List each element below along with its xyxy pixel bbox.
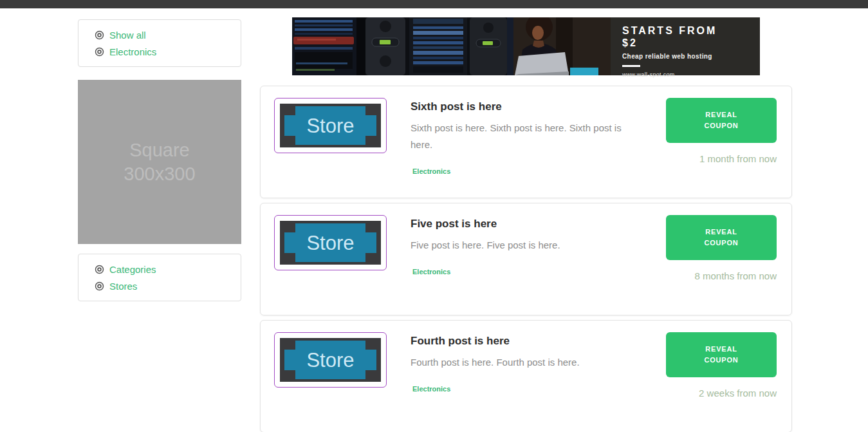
sidebar-item-electronics[interactable]: Electronics — [95, 43, 241, 60]
sidebar-item-show-all[interactable]: Show all — [95, 26, 241, 43]
coupon-card: Store Five post is here Five post is her… — [260, 203, 792, 315]
store-logo-image: Store — [280, 338, 381, 382]
coupon-actions: REVEAL COUPON 2 weeks from now — [666, 332, 777, 399]
banner-divider — [622, 65, 640, 67]
logo-corner-bracket — [284, 341, 295, 350]
logo-corner-bracket — [365, 253, 376, 262]
banner-headline-line1: STARTS FROM — [622, 24, 750, 37]
coupon-title[interactable]: Fourth post is here — [411, 335, 666, 348]
coupon-description: Fourth post is here. Fourth post is here… — [411, 354, 645, 371]
bullseye-icon — [95, 47, 104, 57]
coupon-category-link[interactable]: Electronics — [412, 167, 450, 175]
logo-corner-bracket — [365, 370, 376, 379]
coupon-category-link[interactable]: Electronics — [412, 268, 450, 276]
bullseye-icon — [95, 281, 104, 291]
reveal-coupon-label: REVEAL COUPON — [696, 109, 747, 131]
sidebar-link-show-all[interactable]: Show all — [109, 30, 146, 41]
sidebar: Show all Electronics Square 300x300 Cate… — [78, 19, 241, 301]
category-filter-box: Show all Electronics — [78, 19, 241, 67]
store-logo-link[interactable]: Store — [274, 98, 387, 153]
store-logo-ticket: Store — [284, 106, 376, 145]
store-logo-text: Store — [306, 233, 354, 253]
sidebar-link-stores[interactable]: Stores — [109, 281, 137, 292]
placeholder-text-line2: 300x300 — [124, 162, 195, 186]
placeholder-text-line1: Square — [129, 138, 190, 162]
bullseye-icon — [95, 30, 104, 40]
reveal-coupon-button[interactable]: REVEAL COUPON — [666, 98, 777, 143]
coupon-body: Five post is here Five post is here. Fiv… — [411, 215, 666, 277]
store-logo-link[interactable]: Store — [274, 332, 387, 388]
reveal-coupon-button[interactable]: REVEAL COUPON — [666, 215, 777, 260]
server-room-photo — [292, 17, 611, 75]
logo-corner-bracket — [284, 136, 295, 145]
main-content: STARTS FROM $2 Cheap reliable web hostin… — [260, 17, 792, 432]
banner-website: www.wall-spot.com — [622, 71, 750, 78]
store-logo-ticket: Store — [284, 223, 376, 262]
logo-corner-bracket — [284, 106, 295, 115]
logo-corner-bracket — [365, 136, 376, 145]
logo-corner-bracket — [284, 223, 295, 232]
store-logo-link[interactable]: Store — [274, 215, 387, 270]
reveal-coupon-label: REVEAL COUPON — [696, 344, 747, 366]
sidebar-nav-box: Categories Stores — [78, 254, 241, 301]
bullseye-icon — [95, 265, 104, 274]
coupon-actions: REVEAL COUPON 1 month from now — [666, 98, 777, 164]
sidebar-link-categories[interactable]: Categories — [109, 264, 156, 275]
logo-corner-bracket — [284, 253, 295, 262]
coupon-expiry: 8 months from now — [694, 270, 777, 281]
store-logo-text: Store — [306, 350, 354, 370]
coupon-body: Sixth post is here Sixth post is here. S… — [411, 98, 666, 176]
coupon-description: Five post is here. Five post is here. — [411, 237, 645, 254]
hosting-ad-banner[interactable]: STARTS FROM $2 Cheap reliable web hostin… — [292, 17, 760, 75]
logo-corner-bracket — [365, 223, 376, 232]
sidebar-link-electronics[interactable]: Electronics — [109, 46, 156, 57]
store-logo-ticket: Store — [284, 341, 376, 379]
banner-headline-line2: $2 — [622, 37, 750, 49]
reveal-coupon-label: REVEAL COUPON — [696, 227, 747, 249]
coupon-card: Store Fourth post is here Fourth post is… — [260, 320, 792, 432]
sidebar-item-stores[interactable]: Stores — [95, 277, 241, 294]
coupon-title[interactable]: Five post is here — [411, 218, 666, 230]
store-logo-text: Store — [306, 116, 354, 136]
sidebar-item-categories[interactable]: Categories — [95, 261, 241, 277]
coupon-card: Store Sixth post is here Sixth post is h… — [260, 86, 792, 198]
coupon-title[interactable]: Sixth post is here — [411, 100, 666, 113]
coupon-actions: REVEAL COUPON 8 months from now — [666, 215, 777, 281]
logo-corner-bracket — [284, 370, 295, 379]
store-logo-image: Store — [280, 104, 381, 147]
coupon-expiry: 1 month from now — [699, 153, 777, 164]
logo-corner-bracket — [365, 341, 376, 350]
reveal-coupon-button[interactable]: REVEAL COUPON — [666, 332, 777, 377]
banner-subtitle: Cheap reliable web hosting — [622, 53, 750, 60]
top-admin-bar — [0, 0, 868, 8]
coupon-category-link[interactable]: Electronics — [412, 385, 450, 393]
placeholder-ad-image: Square 300x300 — [78, 80, 241, 244]
coupon-description: Sixth post is here. Sixth post is here. … — [411, 120, 645, 153]
store-logo-image: Store — [280, 221, 381, 265]
coupon-list: Store Sixth post is here Sixth post is h… — [260, 86, 792, 432]
coupon-expiry: 2 weeks from now — [699, 388, 777, 399]
coupon-body: Fourth post is here Fourth post is here.… — [411, 332, 666, 394]
banner-text-panel: STARTS FROM $2 Cheap reliable web hostin… — [611, 17, 760, 75]
logo-corner-bracket — [365, 106, 376, 115]
